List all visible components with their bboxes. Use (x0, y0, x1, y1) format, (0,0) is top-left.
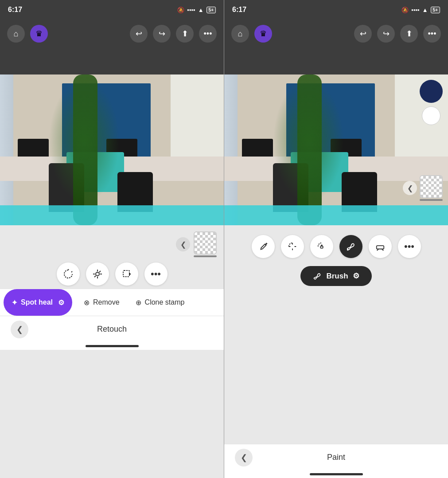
dark-filler-right (224, 48, 448, 74)
svg-point-0 (96, 272, 99, 276)
brush-settings-icon: ⚙ (353, 271, 359, 281)
layer-panel-right: ❮ (403, 175, 443, 201)
undo-button-right[interactable]: ↩ (354, 25, 372, 43)
checker-right (421, 176, 442, 197)
remove-label: Remove (93, 298, 120, 306)
mute-icon: 🔕 (177, 7, 184, 13)
paint-lock-btn[interactable] (310, 235, 333, 258)
secondary-color-swatch[interactable] (422, 106, 440, 125)
wifi-icon-right: ▲ (422, 7, 428, 13)
redo-button-right[interactable]: ↪ (377, 25, 395, 43)
brush-label: Brush (326, 272, 348, 281)
spot-heal-label: Spot heal (21, 298, 53, 306)
svg-point-3 (347, 249, 348, 250)
bottom-nav-left: ❮ Retouch (0, 316, 224, 342)
remove-icon: ⊗ (84, 298, 90, 307)
home-bar-area-left (0, 342, 224, 350)
left-panel: 6:17 🔕 ▪▪▪▪ ▲ 5+ ⌂ ♛ ↩ ↪ ⬆ ••• (0, 0, 224, 478)
share-button-left[interactable]: ⬆ (176, 25, 194, 43)
chevron-btn-left[interactable]: ❮ (176, 237, 190, 251)
controls-left: ❮ (0, 225, 224, 478)
time-left: 6:17 (8, 6, 22, 14)
brush-btn-area: Brush ⚙ (224, 266, 448, 286)
tab-remove[interactable]: ⊗ Remove (76, 289, 128, 316)
more-tools-btn-right[interactable]: ••• (398, 235, 421, 258)
mute-icon-right: 🔕 (401, 7, 409, 13)
clone-stamp-btn[interactable] (86, 263, 109, 286)
share-button-right[interactable]: ⬆ (400, 25, 418, 43)
crown-button-left[interactable]: ♛ (30, 25, 48, 43)
add-select-btn[interactable] (115, 263, 138, 286)
back-btn-right[interactable]: ❮ (235, 449, 253, 466)
more-icon-left: ••• (151, 268, 161, 280)
chevron-btn-right[interactable]: ❮ (403, 181, 417, 195)
battery-left: 5+ (206, 7, 216, 13)
status-icons-left: 🔕 ▪▪▪▪ ▲ 5+ (177, 7, 216, 13)
more-icon-right: ••• (404, 241, 414, 252)
right-panel: 6:17 🔕 ▪▪▪▪ ▲ 5+ ⌂ ♛ ↩ ↪ ⬆ ••• (224, 0, 448, 478)
back-btn-left[interactable]: ❮ (11, 321, 28, 338)
plant-vine-right (297, 74, 322, 225)
layer-underline-left (194, 255, 217, 257)
home-button-right[interactable]: ⌂ (231, 25, 249, 43)
select-add-btn-right[interactable] (281, 235, 304, 258)
cyan-overlay-right (224, 205, 448, 225)
controls-right: ••• Brush ⚙ ❮ Paint (224, 225, 448, 478)
crown-button-right[interactable]: ♛ (254, 25, 272, 43)
home-button-left[interactable]: ⌂ (7, 25, 25, 43)
status-bar-right: 6:17 🔕 ▪▪▪▪ ▲ 5+ (224, 0, 448, 20)
panel-row-left: ❮ (0, 230, 224, 259)
spot-heal-settings-icon: ⚙ (58, 298, 64, 307)
top-toolbar-left: ⌂ ♛ ↩ ↪ ⬆ ••• (0, 20, 224, 48)
wifi-icon: ▲ (198, 7, 204, 13)
redo-button-left[interactable]: ↪ (153, 25, 171, 43)
time-right: 6:17 (232, 6, 246, 14)
more-button-right[interactable]: ••• (423, 25, 441, 43)
primary-color-swatch[interactable] (420, 80, 443, 103)
brush-action-btn[interactable]: Brush ⚙ (300, 266, 371, 286)
more-tools-btn-left[interactable]: ••• (144, 263, 168, 286)
clone-label: Clone stamp (145, 298, 185, 306)
checker-left (195, 232, 216, 254)
svg-rect-4 (376, 246, 384, 249)
tab-clone-stamp[interactable]: ⊕ Clone stamp (128, 289, 193, 316)
svg-rect-1 (123, 270, 129, 277)
nav-title-left: Retouch (97, 325, 127, 334)
image-canvas-left[interactable] (0, 74, 224, 225)
cyan-overlay-left (0, 205, 224, 225)
layer-thumb-right[interactable] (420, 175, 443, 198)
svg-rect-2 (320, 246, 323, 248)
color-swatches-right (420, 80, 443, 125)
plant-vine-left (73, 74, 97, 225)
layer-underline-right (420, 199, 443, 201)
more-button-left[interactable]: ••• (199, 25, 217, 43)
battery-right: 5+ (431, 7, 440, 13)
tool-buttons-right: ••• (224, 231, 448, 262)
undo-button-left[interactable]: ↩ (130, 25, 148, 43)
status-bar-left: 6:17 🔕 ▪▪▪▪ ▲ 5+ (0, 0, 224, 20)
brush-btn-tool[interactable] (339, 235, 362, 258)
glass-left (0, 74, 13, 225)
nav-title-right: Paint (327, 453, 345, 462)
eraser-btn[interactable] (369, 235, 392, 258)
eyedropper-btn[interactable] (252, 235, 275, 258)
tab-row-left: ✦ Spot heal ⚙ ⊗ Remove ⊕ Clone stamp (0, 289, 224, 316)
image-canvas-right[interactable]: ❮ (224, 74, 448, 225)
signal-icon: ▪▪▪▪ (187, 7, 195, 13)
home-bar-right (310, 473, 363, 475)
home-bar-left (86, 345, 139, 347)
status-icons-right: 🔕 ▪▪▪▪ ▲ 5+ (401, 7, 440, 13)
lasso-tool-btn[interactable] (57, 263, 80, 286)
glass-right (224, 74, 238, 225)
layer-thumb-left[interactable] (194, 231, 217, 255)
bottom-nav-right: ❮ Paint (224, 444, 448, 470)
spot-heal-icon: ✦ (12, 298, 17, 307)
dark-filler-left (0, 48, 224, 74)
tool-buttons-left: ••• (0, 259, 224, 289)
white-wall-left (171, 74, 224, 163)
top-toolbar-right: ⌂ ♛ ↩ ↪ ⬆ ••• (224, 20, 448, 48)
clone-icon: ⊕ (136, 298, 141, 307)
home-bar-area-right (224, 470, 448, 478)
tab-spot-heal[interactable]: ✦ Spot heal ⚙ (4, 289, 72, 316)
signal-icon-right: ▪▪▪▪ (411, 7, 419, 13)
